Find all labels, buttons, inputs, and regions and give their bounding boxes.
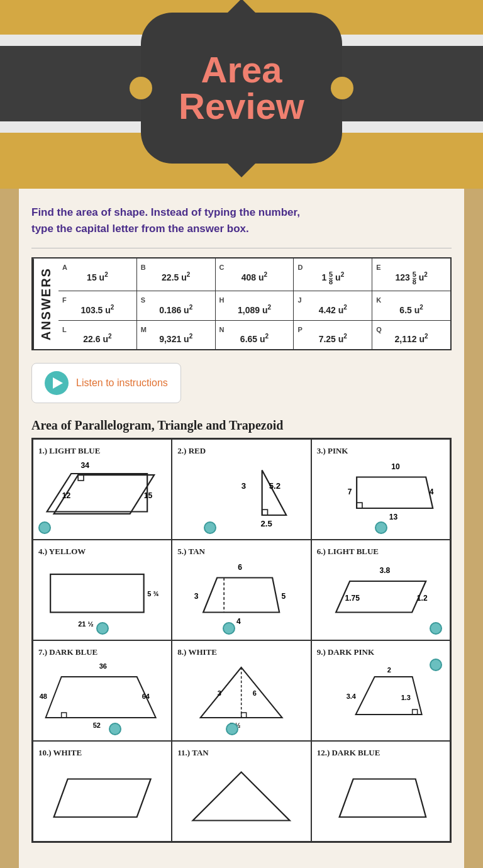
problem-8: 8.) WHITE 3 6 7 ½ [172,640,311,741]
answer-cell-m: M 9,321 u2 [137,321,216,350]
problem-12-svg [317,762,445,831]
problem-12-label: 12.) DARK BLUE [317,748,445,758]
svg-text:6: 6 [253,689,257,697]
problem-9-svg: 2 3.4 1.3 [317,661,445,730]
svg-marker-43 [355,677,421,715]
svg-text:15: 15 [144,491,153,500]
answers-row-1: A 15 u2 B 22.5 u2 C 408 u2 D 1 58 u2 E [58,259,450,291]
svg-text:48: 48 [40,693,47,700]
svg-text:12: 12 [62,491,71,500]
problems-grid: 1.) LIGHT BLUE 34 12 15 2.) RED 3 5.2 2.… [31,438,452,843]
svg-rect-5 [78,476,84,481]
answer-dot-1[interactable] [38,521,51,534]
answer-cell-p: P 7.25 u2 [294,321,372,350]
listen-button[interactable]: Listen to instructions [31,363,181,403]
answer-dot-8[interactable] [226,723,238,735]
svg-text:36: 36 [99,662,107,670]
play-triangle [53,377,63,389]
problem-3: 3.) PINK 10 7 4 13 [311,439,450,540]
problem-8-svg: 3 6 7 ½ [177,661,305,730]
problem-7-label: 7.) DARK BLUE [38,647,166,657]
answer-cell-d: D 1 58 u2 [294,259,372,291]
svg-text:13: 13 [389,513,398,521]
svg-text:21 ½: 21 ½ [78,620,93,628]
svg-text:3: 3 [194,592,199,601]
answer-dot-7[interactable] [109,723,121,735]
answer-cell-b: B 22.5 u2 [137,259,216,291]
svg-text:3.8: 3.8 [379,566,390,575]
section-title: Area of Parallelogram, Triangle and Trap… [31,418,452,433]
svg-rect-17 [50,574,144,613]
answer-cell-e: E 123 58 u2 [372,259,450,291]
problem-5-label: 5.) TAN [177,547,305,557]
answer-dot-5[interactable] [223,622,235,635]
answers-label: ANSWERS [33,259,58,349]
svg-marker-31 [46,677,156,718]
answers-grid: A 15 u2 B 22.5 u2 C 408 u2 D 1 58 u2 E [58,259,450,349]
svg-text:5 ¾: 5 ¾ [147,591,158,598]
problem-5-svg: 6 3 5 4 [177,560,305,630]
svg-text:3.4: 3.4 [346,693,356,700]
problem-4: 4.) YELLOW 5 ¾ 21 ½ [33,540,172,640]
problem-11-label: 11.) TAN [177,748,305,758]
svg-text:1.75: 1.75 [345,594,360,603]
problem-10-svg [38,762,166,831]
problem-8-label: 8.) WHITE [177,647,305,657]
answers-row-2: F 103.5 u2 S 0.186 u2 H 1,089 u2 J 4.42 … [58,291,450,321]
answer-dot-3[interactable] [375,521,387,534]
svg-rect-35 [62,713,67,718]
instruction-text: Find the area of shape. Instead of typin… [31,204,452,236]
answer-dot-6[interactable] [430,622,442,635]
problem-6: 6.) LIGHT BLUE 3.8 1.75 1.2 [311,540,450,640]
svg-text:2: 2 [387,666,391,674]
problem-3-svg: 10 7 4 13 [317,460,445,529]
svg-marker-49 [339,779,426,818]
answers-table: ANSWERS A 15 u2 B 22.5 u2 C 408 u2 D 1 [31,257,452,350]
listen-label: Listen to instructions [76,377,168,389]
svg-marker-21 [203,578,279,613]
svg-text:5: 5 [282,592,286,601]
svg-text:52: 52 [93,721,101,729]
problem-2-svg: 3 5.2 2.5 [177,460,305,529]
svg-text:10: 10 [391,463,400,472]
answer-cell-j: J 4.42 u2 [294,291,372,320]
problem-10: 10.) WHITE [33,741,172,842]
problem-6-svg: 3.8 1.75 1.2 [317,560,445,630]
problem-12: 12.) DARK BLUE [311,741,450,842]
answer-cell-n: N 6.65 u2 [216,321,294,350]
answer-dot-4[interactable] [96,622,109,635]
problem-10-label: 10.) WHITE [38,748,166,758]
problem-9: 9.) DARK PINK 2 3.4 1.3 [311,640,450,741]
answer-cell-q: Q 2,112 u2 [372,321,450,350]
answer-cell-h: H 1,089 u2 [216,291,294,320]
svg-marker-36 [201,667,282,718]
svg-rect-46 [412,709,417,715]
problem-1-svg: 34 12 15 [38,460,166,529]
answer-dot-2[interactable] [204,521,216,534]
svg-text:2.5: 2.5 [261,519,272,528]
svg-marker-48 [193,772,290,821]
problem-2-label: 2.) RED [177,446,305,456]
answer-cell-f: F 103.5 u2 [58,291,137,320]
svg-marker-6 [262,470,287,516]
problem-7-svg: 36 48 64 52 [38,661,166,730]
svg-text:34: 34 [80,462,89,470]
svg-text:7: 7 [348,487,352,496]
svg-text:3: 3 [242,482,246,491]
problem-1-label: 1.) LIGHT BLUE [38,446,166,456]
header: Area Review [0,0,483,189]
answer-cell-s: S 0.186 u2 [137,291,216,320]
svg-text:1.2: 1.2 [417,594,428,603]
problem-5: 5.) TAN 6 3 5 4 [172,540,311,640]
problem-1: 1.) LIGHT BLUE 34 12 15 [33,439,172,540]
answer-cell-a: A 15 u2 [58,259,137,291]
problem-11: 11.) TAN [172,741,311,842]
svg-text:64: 64 [142,693,150,700]
problem-6-label: 6.) LIGHT BLUE [317,547,445,557]
problem-9-label: 9.) DARK PINK [317,647,445,657]
problem-4-svg: 5 ¾ 21 ½ [38,560,166,630]
page-title: Area Review [141,52,342,125]
svg-marker-47 [54,779,151,818]
answer-cell-k: K 6.5 u2 [372,291,450,320]
svg-text:1.3: 1.3 [401,694,410,701]
